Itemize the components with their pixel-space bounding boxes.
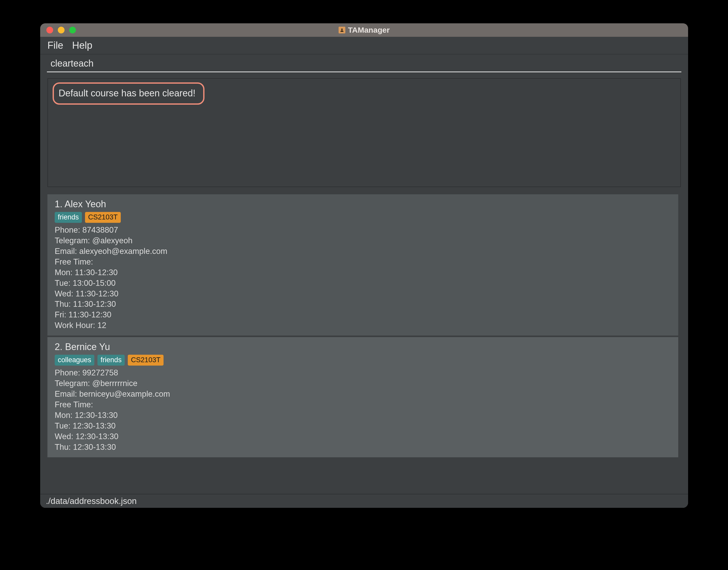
- app-window: TAManager File Help Default course has b…: [40, 23, 688, 508]
- free-time-entry: Thu: 12:30-13:30: [55, 442, 671, 453]
- person-email: Email: berniceyu@example.com: [55, 389, 671, 399]
- tag: CS2103T: [85, 212, 121, 223]
- result-message: Default course has been cleared!: [53, 82, 205, 105]
- person-list-area: 1. Alex YeohfriendsCS2103TPhone: 8743880…: [47, 194, 681, 494]
- titlebar: TAManager: [40, 23, 688, 37]
- menu-help[interactable]: Help: [72, 40, 92, 51]
- free-time-entry: Tue: 13:00-15:00: [55, 278, 671, 289]
- close-icon[interactable]: [46, 27, 53, 33]
- command-row: [40, 54, 688, 74]
- free-time-entry: Wed: 12:30-13:30: [55, 432, 671, 442]
- tag-row: friendsCS2103T: [55, 212, 671, 223]
- statusbar: ./data/addressbook.json: [40, 494, 688, 508]
- person-list-scroll[interactable]: 1. Alex YeohfriendsCS2103TPhone: 8743880…: [47, 194, 681, 494]
- free-time-entry: Wed: 11:30-12:30: [55, 289, 671, 299]
- person-card[interactable]: 1. Alex YeohfriendsCS2103TPhone: 8743880…: [47, 194, 678, 335]
- svg-point-0: [341, 28, 342, 30]
- window-controls: [46, 27, 76, 33]
- window-title: TAManager: [348, 26, 390, 34]
- person-card[interactable]: 2. Bernice YucolleaguesfriendsCS2103TPho…: [47, 337, 678, 457]
- tag: friends: [97, 355, 125, 366]
- person-title: 2. Bernice Yu: [55, 341, 671, 353]
- command-input[interactable]: [47, 56, 681, 72]
- statusbar-path: ./data/addressbook.json: [46, 496, 137, 506]
- free-time-entry: Thu: 11:30-12:30: [55, 299, 671, 310]
- minimize-icon[interactable]: [58, 27, 64, 33]
- free-time-entry: Mon: 12:30-13:30: [55, 410, 671, 421]
- result-panel: Default course has been cleared!: [47, 78, 681, 187]
- free-time-label: Free Time:: [55, 257, 671, 267]
- free-time-entry: Mon: 11:30-12:30: [55, 267, 671, 278]
- free-time-label: Free Time:: [55, 399, 671, 410]
- menu-file[interactable]: File: [47, 40, 63, 51]
- free-time-entry: Fri: 11:30-12:30: [55, 310, 671, 320]
- tag: friends: [55, 212, 82, 223]
- menubar: File Help: [40, 37, 688, 54]
- tag: colleagues: [55, 355, 94, 366]
- free-time-entry: Tue: 12:30-13:30: [55, 421, 671, 432]
- app-icon: [338, 27, 345, 33]
- work-hour: Work Hour: 12: [55, 320, 671, 331]
- person-phone: Phone: 87438807: [55, 225, 671, 236]
- tag-row: colleaguesfriendsCS2103T: [55, 355, 671, 366]
- maximize-icon[interactable]: [69, 27, 76, 33]
- person-phone: Phone: 99272758: [55, 368, 671, 378]
- tag: CS2103T: [128, 355, 164, 366]
- person-title: 1. Alex Yeoh: [55, 198, 671, 210]
- person-telegram: Telegram: @alexyeoh: [55, 236, 671, 246]
- person-telegram: Telegram: @berrrrrnice: [55, 378, 671, 389]
- window-title-group: TAManager: [338, 26, 390, 34]
- person-email: Email: alexyeoh@example.com: [55, 246, 671, 257]
